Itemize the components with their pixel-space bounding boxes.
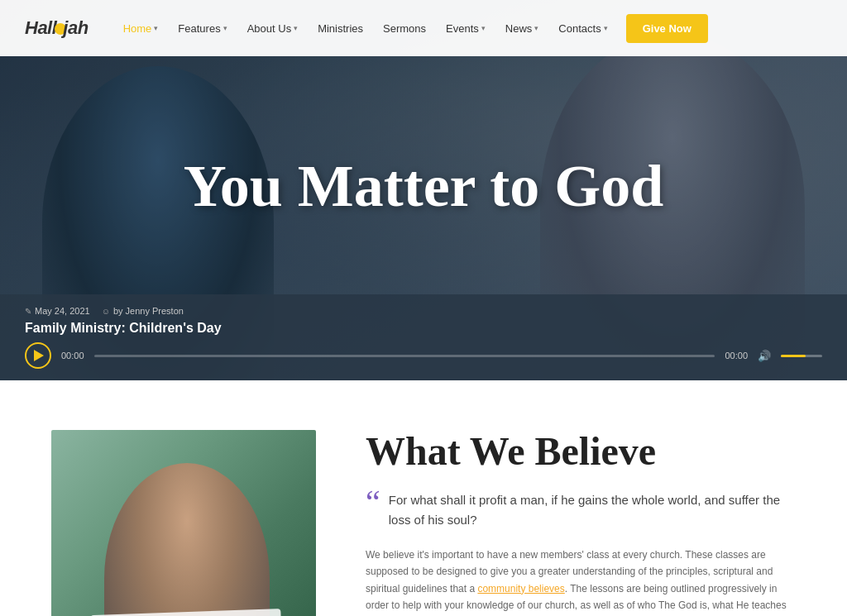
believe-quote-text: For what shall it profit a man, if he ga… [389, 490, 796, 530]
community-believes-link[interactable]: community believes [477, 583, 564, 595]
give-now-button[interactable]: Give Now [626, 14, 708, 43]
calendar-icon: ✎ [25, 307, 31, 316]
chevron-down-icon: ▾ [604, 24, 608, 32]
nav-features-link[interactable]: Features ▾ [168, 16, 237, 41]
hero-player-bar: ✎ May 24, 2021 ☺ by Jenny Preston Family… [0, 294, 847, 380]
nav-features[interactable]: Features ▾ [168, 16, 237, 41]
hero-content: You Matter to God [134, 154, 713, 219]
give-now-nav-item[interactable]: Give Now [618, 14, 708, 43]
volume-bar[interactable] [781, 355, 822, 357]
believe-text-column: What We Believe “ For what shall it prof… [366, 430, 796, 616]
believe-body-text: We believe it's important to have a new … [366, 547, 796, 616]
believe-quote-block: “ For what shall it profit a man, if he … [366, 490, 796, 530]
main-menu: Home ▾ Features ▾ About Us ▾ Ministries … [113, 14, 822, 43]
nav-sermons-link[interactable]: Sermons [373, 16, 436, 41]
believe-inner: What We Believe “ For what shall it prof… [26, 430, 821, 616]
nav-home[interactable]: Home ▾ [113, 16, 169, 41]
play-icon [34, 350, 44, 361]
logo-text: Halljah [25, 17, 89, 38]
time-current: 00:00 [61, 351, 84, 361]
nav-news[interactable]: News ▾ [495, 16, 549, 41]
site-logo[interactable]: Halljah [25, 17, 89, 39]
quote-marks-icon: “ [366, 486, 380, 530]
believe-heading: What We Believe [366, 430, 796, 474]
nav-contacts-link[interactable]: Contacts ▾ [548, 16, 617, 41]
hero-section: You Matter to God ✎ May 24, 2021 ☺ by Je… [0, 0, 847, 380]
nav-events-link[interactable]: Events ▾ [436, 16, 495, 41]
nav-about-link[interactable]: About Us ▾ [237, 16, 308, 41]
volume-fill [781, 355, 806, 357]
nav-ministries-link[interactable]: Ministries [308, 16, 373, 41]
chevron-down-icon: ▾ [154, 24, 158, 32]
chevron-down-icon: ▾ [294, 24, 298, 32]
nav-about[interactable]: About Us ▾ [237, 16, 308, 41]
nav-sermons[interactable]: Sermons [373, 16, 436, 41]
nav-events[interactable]: Events ▾ [436, 16, 495, 41]
chevron-down-icon: ▾ [481, 24, 486, 32]
nav-contacts[interactable]: Contacts ▾ [548, 16, 617, 41]
player-controls: 00:00 00:00 🔊 [25, 342, 822, 369]
progress-track[interactable] [94, 355, 715, 357]
time-total: 00:00 [725, 351, 748, 361]
nav-home-link[interactable]: Home ▾ [113, 16, 169, 41]
player-date: ✎ May 24, 2021 [25, 306, 90, 316]
nav-ministries[interactable]: Ministries [308, 16, 373, 41]
play-button[interactable] [25, 342, 51, 369]
player-meta: ✎ May 24, 2021 ☺ by Jenny Preston [25, 306, 822, 316]
nav-news-link[interactable]: News ▾ [495, 16, 549, 41]
chevron-down-icon: ▾ [534, 24, 538, 32]
player-author: ☺ by Jenny Preston [102, 306, 184, 316]
believe-image [51, 430, 316, 616]
chevron-down-icon: ▾ [223, 24, 227, 32]
hero-title: You Matter to God [134, 154, 713, 219]
volume-icon[interactable]: 🔊 [758, 350, 771, 362]
navbar: Halljah Home ▾ Features ▾ About Us ▾ Min… [0, 0, 847, 56]
person-icon: ☺ [102, 307, 110, 316]
player-sermon-title: Family Ministry: Children's Day [25, 321, 822, 336]
believe-section: What We Believe “ For what shall it prof… [0, 380, 847, 616]
